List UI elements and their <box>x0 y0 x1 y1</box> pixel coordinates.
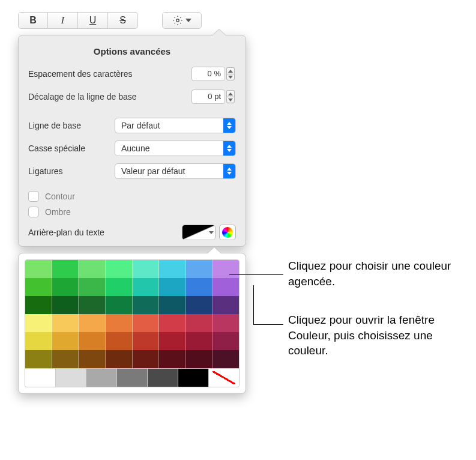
baseline-shift-stepper-down[interactable] <box>226 97 235 103</box>
color-swatch[interactable] <box>79 296 106 314</box>
baseline-shift-field[interactable]: 0 pt <box>191 89 225 104</box>
color-swatch[interactable] <box>25 278 52 296</box>
ligatures-dropdown[interactable]: Valeur par défaut <box>115 163 236 179</box>
color-swatch[interactable] <box>159 260 186 278</box>
color-swatch-popover <box>18 253 246 394</box>
baseline-value: Par défaut <box>121 121 160 130</box>
outline-label: Contour <box>45 192 75 201</box>
color-swatch[interactable] <box>212 260 239 278</box>
color-swatch[interactable] <box>159 350 186 368</box>
dropdown-arrows-icon <box>223 118 235 133</box>
caps-label: Casse spéciale <box>28 144 85 153</box>
baseline-dropdown[interactable]: Par défaut <box>115 118 236 133</box>
color-swatch[interactable] <box>186 314 213 332</box>
color-swatch[interactable] <box>52 314 79 332</box>
color-swatch[interactable] <box>52 332 79 350</box>
matched-color-well[interactable] <box>182 225 215 240</box>
color-wheel-icon <box>222 227 233 238</box>
color-swatch[interactable] <box>186 278 213 296</box>
color-swatch[interactable] <box>25 314 52 332</box>
leader-line <box>253 324 283 325</box>
ligatures-label: Ligatures <box>28 166 63 176</box>
no-color-swatch[interactable] <box>209 369 239 387</box>
color-swatch[interactable] <box>159 314 186 332</box>
color-swatch[interactable] <box>52 260 79 278</box>
annotation-matched-color: Cliquez pour choisir une couleur agencée… <box>288 258 462 289</box>
svg-point-0 <box>176 19 179 22</box>
color-swatch[interactable] <box>133 260 160 278</box>
color-swatch[interactable] <box>148 369 178 387</box>
color-swatch[interactable] <box>25 260 52 278</box>
underline-button[interactable]: U <box>78 12 108 29</box>
color-swatch[interactable] <box>212 296 239 314</box>
text-background-label: Arrière-plan du texte <box>28 228 104 237</box>
color-swatch[interactable] <box>133 296 160 314</box>
color-swatch[interactable] <box>79 278 106 296</box>
color-swatch[interactable] <box>212 332 239 350</box>
strikethrough-button[interactable]: S <box>108 12 138 29</box>
color-swatch[interactable] <box>178 369 209 387</box>
color-swatch[interactable] <box>52 278 79 296</box>
color-swatch[interactable] <box>106 350 133 368</box>
baseline-shift-stepper-up[interactable] <box>226 90 235 97</box>
color-swatch[interactable] <box>159 332 186 350</box>
baseline-shift-label: Décalage de la ligne de base <box>28 92 137 101</box>
color-swatch[interactable] <box>106 332 133 350</box>
color-swatch[interactable] <box>79 314 106 332</box>
color-swatch[interactable] <box>186 332 213 350</box>
color-swatch[interactable] <box>106 278 133 296</box>
caps-value: Aucune <box>121 144 149 153</box>
outline-checkbox[interactable] <box>28 191 39 202</box>
leader-line <box>253 285 254 324</box>
dropdown-arrows-icon <box>223 141 235 156</box>
color-swatch[interactable] <box>133 332 160 350</box>
shadow-checkbox[interactable] <box>28 207 39 217</box>
chevron-down-icon <box>185 19 191 22</box>
color-swatch[interactable] <box>159 296 186 314</box>
color-swatch[interactable] <box>79 260 106 278</box>
color-swatch[interactable] <box>212 278 239 296</box>
color-swatch[interactable] <box>86 369 117 387</box>
ligatures-value: Valeur par défaut <box>121 166 185 176</box>
char-spacing-stepper-down[interactable] <box>226 74 235 80</box>
color-swatch[interactable] <box>159 278 186 296</box>
caps-dropdown[interactable]: Aucune <box>115 141 236 156</box>
color-swatch[interactable] <box>25 296 52 314</box>
color-swatch[interactable] <box>106 314 133 332</box>
color-swatch[interactable] <box>133 278 160 296</box>
dropdown-arrows-icon <box>223 164 235 178</box>
char-spacing-field[interactable]: 0 % <box>191 67 225 81</box>
annotation-color-picker: Cliquez pour ouvrir la fenêtre Couleur, … <box>288 312 468 359</box>
color-swatch[interactable] <box>106 296 133 314</box>
color-swatch[interactable] <box>186 296 213 314</box>
color-picker-button[interactable] <box>219 225 236 240</box>
panel-title: Options avancées <box>28 46 236 56</box>
color-swatch[interactable] <box>52 350 79 368</box>
color-swatch[interactable] <box>212 350 239 368</box>
color-swatch[interactable] <box>79 350 106 368</box>
color-swatch[interactable] <box>186 260 213 278</box>
char-spacing-label: Espacement des caractères <box>28 69 133 79</box>
color-swatch[interactable] <box>212 314 239 332</box>
color-swatch[interactable] <box>79 332 106 350</box>
color-swatch[interactable] <box>56 369 86 387</box>
advanced-options-button[interactable] <box>162 12 202 29</box>
color-swatch[interactable] <box>52 296 79 314</box>
color-swatch[interactable] <box>106 260 133 278</box>
gear-icon <box>172 15 183 26</box>
color-swatch[interactable] <box>186 350 213 368</box>
italic-button[interactable]: I <box>48 12 78 29</box>
leader-line <box>229 274 283 275</box>
shadow-label: Ombre <box>45 207 71 217</box>
color-swatch[interactable] <box>25 350 52 368</box>
bold-button[interactable]: B <box>18 12 48 29</box>
char-spacing-stepper-up[interactable] <box>226 67 235 74</box>
color-swatch[interactable] <box>25 332 52 350</box>
advanced-options-panel: Options avancées Espacement des caractèr… <box>18 35 246 247</box>
color-swatch[interactable] <box>133 350 160 368</box>
baseline-label: Ligne de base <box>28 121 81 130</box>
color-swatch[interactable] <box>25 369 56 387</box>
color-swatch[interactable] <box>133 314 160 332</box>
color-swatch[interactable] <box>117 369 148 387</box>
